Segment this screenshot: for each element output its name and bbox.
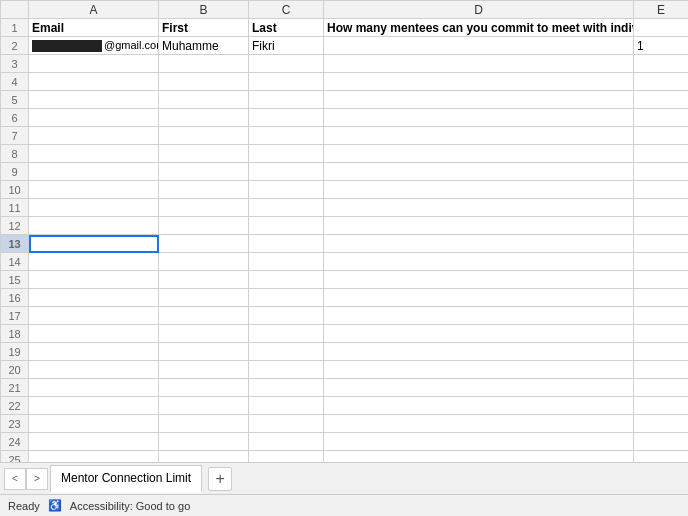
cell-c24[interactable] bbox=[249, 433, 324, 451]
cell-c19[interactable] bbox=[249, 343, 324, 361]
cell-a2[interactable]: @gmail.com bbox=[29, 37, 159, 55]
cell-b13[interactable] bbox=[159, 235, 249, 253]
cell-c25[interactable] bbox=[249, 451, 324, 463]
cell-e18[interactable] bbox=[634, 325, 689, 343]
cell-a10[interactable] bbox=[29, 181, 159, 199]
cell-a11[interactable] bbox=[29, 199, 159, 217]
cell-e9[interactable] bbox=[634, 163, 689, 181]
cell-b7[interactable] bbox=[159, 127, 249, 145]
cell-c21[interactable] bbox=[249, 379, 324, 397]
cell-b3[interactable] bbox=[159, 55, 249, 73]
next-sheet-button[interactable]: > bbox=[26, 468, 48, 490]
cell-c11[interactable] bbox=[249, 199, 324, 217]
cell-b6[interactable] bbox=[159, 109, 249, 127]
cell-a21[interactable] bbox=[29, 379, 159, 397]
cell-a14[interactable] bbox=[29, 253, 159, 271]
cell-c2[interactable]: Fikri bbox=[249, 37, 324, 55]
cell-e11[interactable] bbox=[634, 199, 689, 217]
cell-c13[interactable] bbox=[249, 235, 324, 253]
cell-c7[interactable] bbox=[249, 127, 324, 145]
cell-e1[interactable] bbox=[634, 19, 689, 37]
cell-c9[interactable] bbox=[249, 163, 324, 181]
cell-e12[interactable] bbox=[634, 217, 689, 235]
cell-d18[interactable] bbox=[324, 325, 634, 343]
cell-e5[interactable] bbox=[634, 91, 689, 109]
cell-b8[interactable] bbox=[159, 145, 249, 163]
cell-a20[interactable] bbox=[29, 361, 159, 379]
cell-c5[interactable] bbox=[249, 91, 324, 109]
cell-d1[interactable]: How many mentees can you commit to meet … bbox=[324, 19, 634, 37]
cell-b1[interactable]: First bbox=[159, 19, 249, 37]
col-header-d[interactable]: D bbox=[324, 1, 634, 19]
cell-d9[interactable] bbox=[324, 163, 634, 181]
cell-e2[interactable]: 1 bbox=[634, 37, 689, 55]
cell-b25[interactable] bbox=[159, 451, 249, 463]
cell-e20[interactable] bbox=[634, 361, 689, 379]
cell-c4[interactable] bbox=[249, 73, 324, 91]
cell-e23[interactable] bbox=[634, 415, 689, 433]
cell-d2[interactable] bbox=[324, 37, 634, 55]
prev-sheet-button[interactable]: < bbox=[4, 468, 26, 490]
cell-c14[interactable] bbox=[249, 253, 324, 271]
cell-b9[interactable] bbox=[159, 163, 249, 181]
cell-c18[interactable] bbox=[249, 325, 324, 343]
cell-e4[interactable] bbox=[634, 73, 689, 91]
cell-a1[interactable]: Email bbox=[29, 19, 159, 37]
cell-b23[interactable] bbox=[159, 415, 249, 433]
col-header-c[interactable]: C bbox=[249, 1, 324, 19]
cell-d15[interactable] bbox=[324, 271, 634, 289]
cell-a23[interactable] bbox=[29, 415, 159, 433]
cell-b15[interactable] bbox=[159, 271, 249, 289]
col-header-a[interactable]: A bbox=[29, 1, 159, 19]
cell-d7[interactable] bbox=[324, 127, 634, 145]
cell-a25[interactable] bbox=[29, 451, 159, 463]
cell-d22[interactable] bbox=[324, 397, 634, 415]
cell-d5[interactable] bbox=[324, 91, 634, 109]
cell-d4[interactable] bbox=[324, 73, 634, 91]
cell-b2[interactable]: Muhamme bbox=[159, 37, 249, 55]
cell-b10[interactable] bbox=[159, 181, 249, 199]
cell-c6[interactable] bbox=[249, 109, 324, 127]
cell-e19[interactable] bbox=[634, 343, 689, 361]
cell-e15[interactable] bbox=[634, 271, 689, 289]
cell-d8[interactable] bbox=[324, 145, 634, 163]
cell-c10[interactable] bbox=[249, 181, 324, 199]
cell-e17[interactable] bbox=[634, 307, 689, 325]
cell-a16[interactable] bbox=[29, 289, 159, 307]
cell-b18[interactable] bbox=[159, 325, 249, 343]
cell-b24[interactable] bbox=[159, 433, 249, 451]
cell-e6[interactable] bbox=[634, 109, 689, 127]
cell-c17[interactable] bbox=[249, 307, 324, 325]
cell-a18[interactable] bbox=[29, 325, 159, 343]
cell-e22[interactable] bbox=[634, 397, 689, 415]
cell-b14[interactable] bbox=[159, 253, 249, 271]
cell-b22[interactable] bbox=[159, 397, 249, 415]
cell-e24[interactable] bbox=[634, 433, 689, 451]
cell-d12[interactable] bbox=[324, 217, 634, 235]
cell-b4[interactable] bbox=[159, 73, 249, 91]
cell-c16[interactable] bbox=[249, 289, 324, 307]
cell-d3[interactable] bbox=[324, 55, 634, 73]
cell-b12[interactable] bbox=[159, 217, 249, 235]
active-sheet-tab[interactable]: Mentor Connection Limit bbox=[50, 465, 202, 493]
cell-e25[interactable] bbox=[634, 451, 689, 463]
cell-a17[interactable] bbox=[29, 307, 159, 325]
cell-a8[interactable] bbox=[29, 145, 159, 163]
cell-a7[interactable] bbox=[29, 127, 159, 145]
cell-b16[interactable] bbox=[159, 289, 249, 307]
cell-d17[interactable] bbox=[324, 307, 634, 325]
cell-e21[interactable] bbox=[634, 379, 689, 397]
cell-d24[interactable] bbox=[324, 433, 634, 451]
cell-b19[interactable] bbox=[159, 343, 249, 361]
cell-b5[interactable] bbox=[159, 91, 249, 109]
cell-d11[interactable] bbox=[324, 199, 634, 217]
cell-c15[interactable] bbox=[249, 271, 324, 289]
cell-e14[interactable] bbox=[634, 253, 689, 271]
cell-c22[interactable] bbox=[249, 397, 324, 415]
cell-e13[interactable] bbox=[634, 235, 689, 253]
cell-c3[interactable] bbox=[249, 55, 324, 73]
cell-e8[interactable] bbox=[634, 145, 689, 163]
cell-a4[interactable] bbox=[29, 73, 159, 91]
cell-a3[interactable] bbox=[29, 55, 159, 73]
cell-d19[interactable] bbox=[324, 343, 634, 361]
